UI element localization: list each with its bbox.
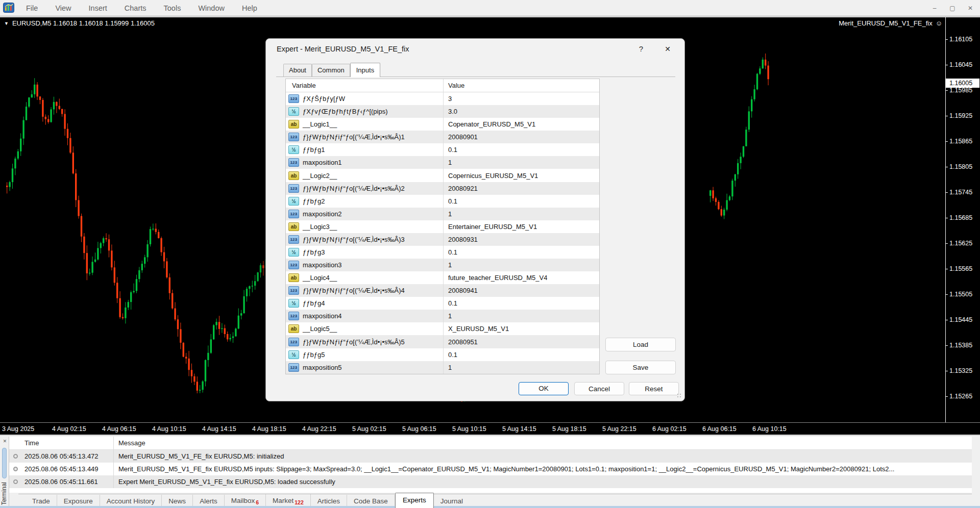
table-row[interactable]: ½ƒƒbƒg20.1 [286,195,599,208]
variable-cell: ½ƒƒbƒg1 [286,145,443,154]
column-divider [443,79,444,374]
value-cell[interactable]: 0.1 [443,248,457,256]
variable-name: ƒ}ƒWƒbƒNƒiƒ“ƒo[(’¼Æ‚Ìd•¡•s‰Â)1 [303,133,405,141]
value-cell[interactable]: 0.1 [443,146,457,154]
table-row[interactable]: ab__Logic3__Entertainer_EURUSD_M5_V1 [286,220,599,233]
table-row[interactable]: ½ƒƒbƒg50.1 [286,348,599,361]
inputs-table-body: 123ƒXƒŠƒbƒy[ƒW3½ƒXƒvƒŒƒbƒhƒtƒBƒ‹ƒ^[(pips… [286,92,599,374]
variable-name: maxposition5 [303,364,342,371]
price-tick [945,269,948,269]
value-cell[interactable]: 1 [443,312,452,320]
value-cell[interactable]: 20080941 [443,287,478,294]
window-minimize-button[interactable]: – [928,5,941,12]
table-row[interactable]: 123ƒ}ƒWƒbƒNƒiƒ“ƒo[(’¼Æ‚Ìd•¡•s‰Â)42008094… [286,284,599,297]
value-cell[interactable]: Entertainer_EURUSD_M5_V1 [443,223,537,231]
table-row[interactable]: 123maxposition31 [286,259,599,271]
log-row[interactable]: 2025.08.06 05:45:11.661Expert Merit_EURU… [9,475,972,488]
variable-name: ƒƒbƒg2 [303,197,325,205]
value-cell[interactable]: 1 [443,210,452,218]
table-row[interactable]: 123ƒ}ƒWƒbƒNƒiƒ“ƒo[(’¼Æ‚Ìd•¡•s‰Â)12008090… [286,131,599,143]
dialog-close-button[interactable]: ✕ [658,43,677,55]
tab-common[interactable]: Common [312,64,350,77]
cancel-button[interactable]: Cancel [574,382,624,395]
value-cell[interactable]: 0.1 [443,197,457,205]
log-row[interactable]: 2025.08.06 05:45:13.472Merit_EURUSD_M5_V… [9,450,972,463]
table-row[interactable]: ½ƒXƒvƒŒƒbƒhƒtƒBƒ‹ƒ^[(pips)3.0 [286,105,599,118]
menu-item-help[interactable]: Help [233,4,266,12]
price-axis-label: 1.15565 [949,265,979,273]
resize-grip[interactable] [677,393,682,398]
table-row[interactable]: ab__Logic2__Copernicus_EURUSD_M5_V1 [286,169,599,182]
tab-about[interactable]: About [283,64,312,77]
window-bottom-edge [0,506,980,508]
value-cell[interactable]: 0.1 [443,351,457,359]
input-type-str-icon: ab [288,171,299,180]
log-row[interactable]: 2025.08.06 05:45:13.449Merit_EURUSD_M5_V… [9,463,972,475]
value-cell[interactable]: 3 [443,95,452,103]
menu-item-window[interactable]: Window [189,4,233,12]
load-button[interactable]: Load [605,338,676,351]
quote-header: ▼ EURUSD,M5 1.16018 1.16018 1.15999 1.16… [4,19,155,27]
log-message: Merit_EURUSD_M5_V1_FE_fix EURUSD,M5 inpu… [118,465,970,473]
price-tick [945,396,948,397]
ok-button[interactable]: OK [519,382,569,395]
value-cell[interactable]: 0.1 [443,299,457,307]
log-time: 2025.08.06 05:45:11.661 [24,478,98,486]
terminal-content: Time Message 2025.08.06 05:45:13.472Meri… [9,437,972,508]
table-row[interactable]: ½ƒƒbƒg40.1 [286,297,599,310]
variable-name: ƒ}ƒWƒbƒNƒiƒ“ƒo[(’¼Æ‚Ìd•¡•s‰Â)2 [303,185,405,192]
window-maximize-button[interactable]: ▢ [946,5,959,12]
value-cell[interactable]: 1 [443,261,452,269]
table-row[interactable]: 123maxposition51 [286,361,599,374]
table-row[interactable]: ab__Logic4__future_teacher_EURUSD_M5_V4 [286,271,599,284]
table-row[interactable]: 123maxposition21 [286,208,599,220]
value-cell[interactable]: 3.0 [443,108,457,115]
value-cell[interactable]: 20080931 [443,236,478,243]
variable-cell: ½ƒƒbƒg4 [286,299,443,308]
value-cell[interactable]: 1 [443,159,452,166]
terminal-side-scrollbar[interactable] [2,448,7,478]
terminal-close-button[interactable]: ✕ [2,438,8,445]
menu-item-tools[interactable]: Tools [155,4,190,12]
quote-text: EURUSD,M5 1.16018 1.16018 1.15999 1.1600… [12,19,155,27]
table-row[interactable]: ab__Logic1__Copenator_EURUSD_M5_V1 [286,118,599,131]
table-row[interactable]: 123ƒ}ƒWƒbƒNƒiƒ“ƒo[(’¼Æ‚Ìd•¡•s‰Â)22008092… [286,182,599,195]
price-tick [945,116,948,116]
value-cell[interactable]: future_teacher_EURUSD_M5_V4 [443,274,547,282]
value-cell[interactable]: X_EURUSD_M5_V1 [443,325,509,333]
table-row[interactable]: ab__Logic5__X_EURUSD_M5_V1 [286,322,599,335]
value-cell[interactable]: 20080901 [443,133,478,141]
value-cell[interactable]: Copernicus_EURUSD_M5_V1 [443,172,538,180]
input-type-int-icon: 123 [288,133,299,141]
variable-name: __Logic3__ [303,223,337,231]
candle-cluster-0 [6,78,273,393]
menu-item-view[interactable]: View [46,4,80,12]
variable-name: __Logic2__ [303,172,337,180]
menu-item-insert[interactable]: Insert [80,4,116,12]
terminal-tab-experts[interactable]: Experts [395,493,434,508]
table-row[interactable]: ½ƒƒbƒg30.1 [286,246,599,259]
variable-name: __Logic5__ [303,325,337,333]
value-cell[interactable]: 1 [443,364,452,371]
tab-inputs[interactable]: Inputs [350,63,380,77]
save-button[interactable]: Save [605,361,676,374]
table-row[interactable]: ½ƒƒbƒg10.1 [286,143,599,156]
value-cell[interactable]: 20080921 [443,185,478,192]
input-type-int-icon: 123 [288,312,299,320]
chevron-down-icon[interactable]: ▼ [4,21,9,26]
menu-item-charts[interactable]: Charts [116,4,155,12]
menu-item-file[interactable]: File [17,4,46,12]
window-close-button[interactable]: ✕ [964,5,977,12]
table-row[interactable]: 123ƒXƒŠƒbƒy[ƒW3 [286,92,599,105]
input-type-int-icon: 123 [288,363,299,372]
table-row[interactable]: 123maxposition11 [286,156,599,169]
table-row[interactable]: 123ƒ}ƒWƒbƒNƒiƒ“ƒo[(’¼Æ‚Ìd•¡•s‰Â)32008093… [286,233,599,246]
dialog-help-button[interactable]: ? [633,43,649,55]
table-row[interactable]: 123maxposition41 [286,310,599,322]
price-tick [945,243,948,244]
reset-button[interactable]: Reset [629,382,679,395]
value-cell[interactable]: Copenator_EURUSD_M5_V1 [443,120,535,128]
table-row[interactable]: 123ƒ}ƒWƒbƒNƒiƒ“ƒo[(’¼Æ‚Ìd•¡•s‰Â)52008095… [286,335,599,348]
ea-chart-label: Merit_EURUSD_M5_V1_FE_fix ☺ [839,19,942,27]
value-cell[interactable]: 20080951 [443,338,478,346]
